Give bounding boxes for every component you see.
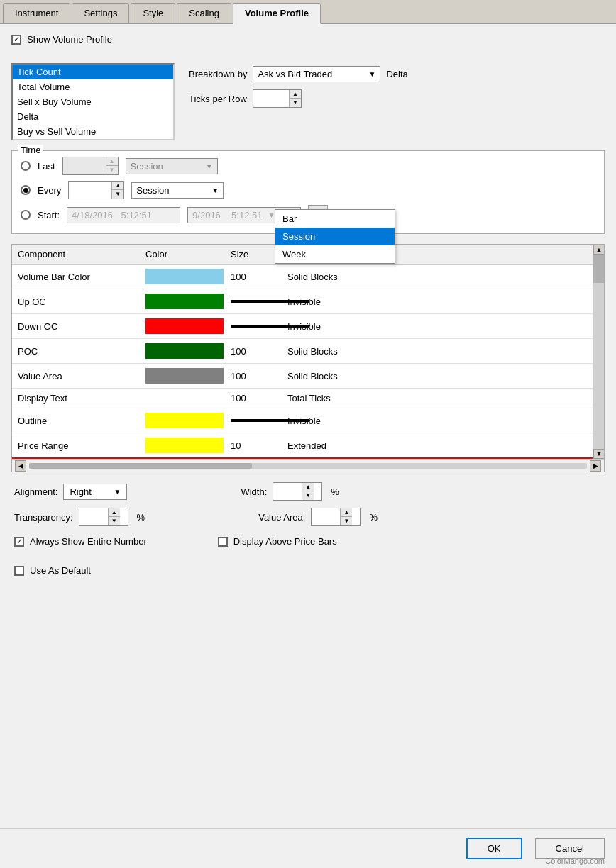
row-style: Extended (287, 440, 587, 451)
every-spinner-down[interactable]: ▼ (112, 190, 123, 199)
use-as-default-wrap: Use As Default (14, 565, 602, 576)
scroll-down-icon[interactable]: ▼ (593, 449, 605, 459)
dropdown-item-week[interactable]: Week (275, 245, 395, 263)
width-label: Width: (241, 486, 267, 497)
transparency-group: Transparency: 30 ▲ ▼ % (14, 508, 145, 526)
transparency-spinner-up[interactable]: ▲ (109, 508, 120, 517)
table-row[interactable]: Up OC Invisible (12, 289, 593, 314)
ticks-per-row-input[interactable]: 2 (253, 91, 289, 106)
tab-volume-profile[interactable]: Volume Profile (233, 3, 321, 24)
start-date2-arrow-icon: ▼ (268, 211, 275, 219)
always-show-checkbox[interactable] (14, 537, 24, 547)
value-area-spinner-buttons: ▲ ▼ (340, 508, 352, 525)
table-row[interactable]: Outline Invisible (12, 408, 593, 433)
row-style: Solid Blocks (287, 346, 587, 357)
dropdown-item-bar[interactable]: Bar (275, 210, 395, 228)
top-section: Tick Count Total Volume Sell x Buy Volum… (11, 63, 605, 140)
value-area-label: Value Area: (258, 512, 305, 523)
table-inner: Component Color Size Style Volume Bar Co… (12, 245, 593, 459)
ticks-per-row-label: Ticks per Row (189, 94, 247, 104)
use-as-default-checkbox[interactable] (14, 566, 24, 576)
transparency-spinner-buttons: ▲ ▼ (108, 508, 120, 525)
tab-settings[interactable]: Settings (72, 3, 129, 23)
time-every-spinner[interactable]: 1 ▲ ▼ (68, 181, 124, 199)
show-volume-profile-row: Show Volume Profile (11, 34, 605, 52)
listbox-item-tick-count[interactable]: Tick Count (13, 65, 173, 79)
row-color-swatch[interactable] (145, 413, 224, 428)
time-last-select-arrow-icon: ▼ (206, 162, 213, 170)
table-row[interactable]: Value Area 100 Solid Blocks (12, 364, 593, 389)
checkboxes-row: Always Show Entire Number Display Above … (14, 536, 602, 554)
width-spinner[interactable]: 100 ▲ ▼ (273, 482, 322, 501)
vertical-scrollbar[interactable]: ▲ ▼ (593, 245, 604, 459)
time-last-radio[interactable] (21, 161, 31, 171)
row-component: Display Text (18, 393, 145, 404)
transparency-spinner-down[interactable]: ▼ (109, 517, 120, 525)
transparency-input[interactable]: 30 (79, 510, 108, 525)
row-color-swatch[interactable] (145, 368, 224, 384)
scroll-thumb[interactable] (593, 255, 604, 283)
cancel-button[interactable]: Cancel (535, 838, 605, 859)
table-row[interactable]: Volume Bar Color 100 Solid Blocks (12, 265, 593, 289)
show-volume-checkbox[interactable] (11, 35, 21, 45)
use-as-default-label: Use As Default (30, 565, 91, 576)
ok-button[interactable]: OK (466, 838, 522, 859)
hscroll-right-icon[interactable]: ▶ (590, 460, 601, 472)
table-row[interactable]: POC 100 Solid Blocks (12, 339, 593, 364)
components-table: Component Color Size Style Volume Bar Co… (11, 244, 605, 472)
tab-style[interactable]: Style (131, 3, 175, 23)
row-size: 100 (231, 346, 287, 357)
listbox-item-total-volume[interactable]: Total Volume (13, 79, 173, 94)
start-date2-value: 9/2016 (192, 210, 221, 221)
hscroll-left-icon[interactable]: ◀ (15, 460, 26, 472)
value-area-input[interactable]: 70 (312, 510, 340, 525)
dropdown-item-session[interactable]: Session (275, 228, 395, 245)
breakdown-value: Ask vs Bid Traded (258, 69, 332, 79)
display-above-wrap: Display Above Price Bars (218, 536, 337, 547)
width-spinner-up[interactable]: ▲ (302, 483, 314, 491)
breakdown-suffix: Delta (386, 69, 407, 79)
time-last-row: Last 1 ▲ ▼ Session ▼ (21, 157, 595, 175)
transparency-spinner[interactable]: 30 ▲ ▼ (79, 508, 128, 526)
main-window: Instrument Settings Style Scaling Volume… (0, 0, 616, 868)
ticks-per-row-spinner[interactable]: 2 ▲ ▼ (253, 89, 302, 108)
time-start-radio[interactable] (21, 210, 31, 220)
scroll-up-icon[interactable]: ▲ (593, 245, 605, 255)
alignment-select[interactable]: Right ▼ (63, 484, 127, 500)
width-spinner-down[interactable]: ▼ (302, 491, 314, 500)
row-color-swatch[interactable] (145, 318, 224, 334)
row-color-swatch[interactable] (145, 294, 224, 309)
tab-instrument[interactable]: Instrument (3, 3, 70, 23)
last-spinner-buttons: ▲ ▼ (106, 157, 118, 174)
listbox-item-buy-sell-volume[interactable]: Buy vs Sell Volume (13, 124, 173, 139)
value-area-spinner[interactable]: 70 ▲ ▼ (311, 508, 361, 526)
row-color-swatch[interactable] (145, 269, 224, 284)
display-above-label: Display Above Price Bars (233, 536, 337, 547)
width-input[interactable]: 100 (273, 484, 302, 499)
time-every-input[interactable]: 1 (69, 183, 111, 198)
every-spinner-up[interactable]: ▲ (112, 182, 123, 190)
time-every-radio[interactable] (21, 185, 31, 195)
ticks-spinner-down[interactable]: ▼ (290, 99, 301, 107)
every-dropdown-popup: Bar Session Week (275, 209, 395, 264)
ticks-spinner-up[interactable]: ▲ (290, 90, 301, 99)
table-row[interactable]: Display Text 100 Total Ticks (12, 389, 593, 408)
horizontal-scrollbar[interactable]: ◀ ▶ (12, 459, 604, 472)
time-every-select[interactable]: Session ▼ (131, 182, 224, 199)
table-row[interactable]: Down OC Invisible (12, 314, 593, 339)
listbox-item-delta[interactable]: Delta (13, 109, 173, 124)
row-color-swatch[interactable] (145, 438, 224, 453)
row-component: Outline (18, 416, 145, 426)
row-size: 100 (231, 393, 287, 404)
value-area-spinner-up[interactable]: ▲ (341, 508, 352, 517)
listbox-item-sell-buy-volume[interactable]: Sell x Buy Volume (13, 94, 173, 109)
display-above-checkbox[interactable] (218, 537, 228, 547)
row-color-swatch[interactable] (145, 343, 224, 359)
hscroll-thumb[interactable] (29, 463, 252, 469)
row-size: 100 (231, 272, 287, 282)
profile-type-listbox[interactable]: Tick Count Total Volume Sell x Buy Volum… (11, 63, 175, 140)
table-row[interactable]: Price Range 10 Extended (12, 433, 593, 459)
value-area-spinner-down[interactable]: ▼ (341, 517, 352, 525)
tab-scaling[interactable]: Scaling (177, 3, 231, 23)
breakdown-select[interactable]: Ask vs Bid Traded ▼ (253, 66, 380, 82)
